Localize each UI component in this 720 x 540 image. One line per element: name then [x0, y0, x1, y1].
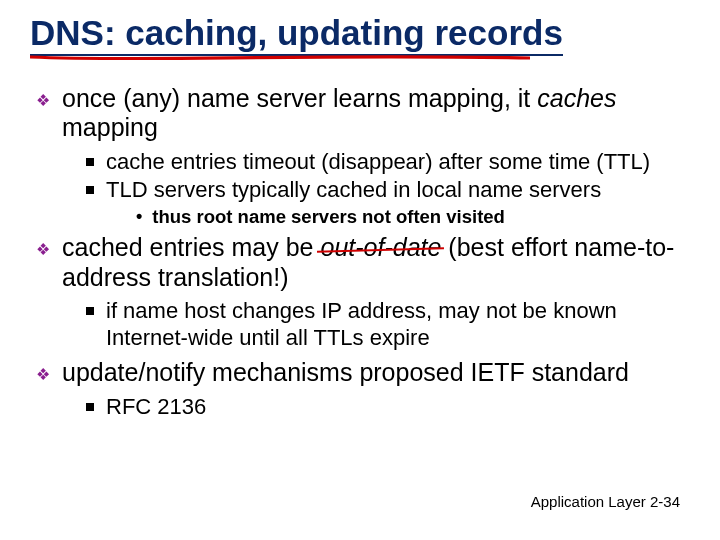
diamond-icon: ❖ — [36, 365, 50, 384]
bullet-1-pre: once (any) name server learns mapping, i… — [62, 84, 537, 112]
bullet-2-sub-1: if name host changes IP address, may not… — [86, 298, 690, 352]
bullet-1-sub-2: TLD servers typically cached in local na… — [86, 177, 690, 204]
slide: DNS: caching, updating records ❖ once (a… — [0, 0, 720, 540]
bullet-3-sub-1-text: RFC 2136 — [106, 394, 206, 421]
bullet-1: ❖ once (any) name server learns mapping,… — [36, 84, 690, 143]
footer-label: Application Layer — [531, 493, 646, 510]
footer-page: 2-34 — [650, 493, 680, 510]
bullet-1-sub-1: cache entries timeout (disappear) after … — [86, 149, 690, 176]
bullet-1-post: mapping — [62, 113, 158, 141]
slide-title: DNS: caching, updating records — [30, 14, 563, 56]
bullet-2-pre: cached entries may be — [62, 233, 320, 261]
bullet-3-sub-1: RFC 2136 — [86, 394, 690, 421]
diamond-icon: ❖ — [36, 91, 50, 110]
bullet-1-text: once (any) name server learns mapping, i… — [62, 84, 690, 143]
bullet-1-sub-2-text: TLD servers typically cached in local na… — [106, 177, 601, 204]
square-icon — [86, 158, 94, 166]
diamond-icon: ❖ — [36, 240, 50, 259]
out-of-date-struck: out-of-date — [320, 233, 441, 263]
bullet-2-sub-1-text: if name host changes IP address, may not… — [106, 298, 690, 352]
bullet-2-text: cached entries may be out-of-date (best … — [62, 233, 690, 292]
bullet-1-subsub-1-text: thus root name servers not often visited — [152, 206, 505, 227]
square-icon — [86, 186, 94, 194]
dot-icon: • — [136, 206, 142, 227]
bullet-1-sub-1-text: cache entries timeout (disappear) after … — [106, 149, 650, 176]
bullet-2: ❖ cached entries may be out-of-date (bes… — [36, 233, 690, 292]
bullet-1-em: caches — [537, 84, 616, 112]
underline-red-swoosh — [30, 53, 530, 63]
bullet-3: ❖ update/notify mechanisms proposed IETF… — [36, 358, 690, 388]
square-icon — [86, 307, 94, 315]
bullet-3-text: update/notify mechanisms proposed IETF s… — [62, 358, 629, 388]
bullet-1-subsub-1: • thus root name servers not often visit… — [136, 206, 690, 227]
square-icon — [86, 403, 94, 411]
title-block: DNS: caching, updating records — [30, 14, 563, 56]
footer: Application Layer 2-34 — [531, 493, 680, 510]
